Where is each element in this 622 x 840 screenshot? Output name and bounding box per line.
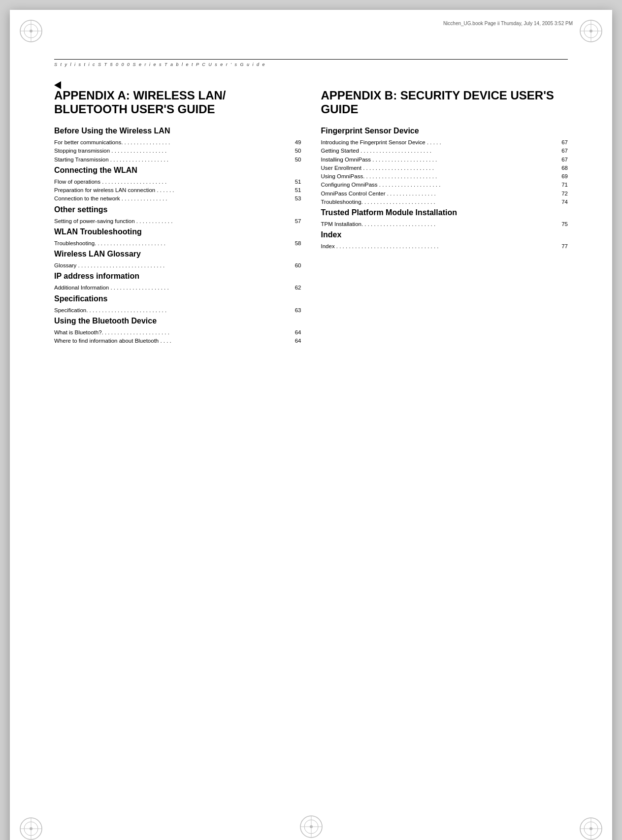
section-heading-ip-address: IP address information xyxy=(54,272,301,281)
toc-entry: Preparation for wireless LAN connection … xyxy=(54,186,301,194)
header-rule xyxy=(54,59,568,60)
section-heading-wlan-glossary: Wireless LAN Glossary xyxy=(54,250,301,258)
right-column: APPENDIX B: SECURITY DEVICE USER'S GUIDE… xyxy=(321,89,568,347)
section-tpm: Trusted Platform Module Installation TPM… xyxy=(321,208,568,228)
toc-entry: Setting of power-saving function . . . .… xyxy=(54,217,301,226)
toc-entry: Configuring OmniPass . . . . . . . . . .… xyxy=(321,181,568,189)
toc-entry: Glossary . . . . . . . . . . . . . . . .… xyxy=(54,261,301,270)
section-ip-address: IP address information Additional Inform… xyxy=(54,272,301,292)
toc-entry: Troubleshooting. . . . . . . . . . . . .… xyxy=(54,239,301,248)
section-fingerprint: Fingerprint Sensor Device Introducing th… xyxy=(321,127,568,206)
toc-entry: Installing OmniPass . . . . . . . . . . … xyxy=(321,156,568,164)
toc-entry: Introducing the Fingerprint Sensor Devic… xyxy=(321,138,568,147)
header-area: S t y l i s t i c S T 5 0 0 0 S e r i e … xyxy=(54,59,568,68)
toc-entry: OmniPass Control Center . . . . . . . . … xyxy=(321,190,568,198)
corner-mark-bottom-left xyxy=(19,816,43,840)
right-appendix-title: APPENDIX B: SECURITY DEVICE USER'S GUIDE xyxy=(321,89,568,116)
toc-entry: Index . . . . . . . . . . . . . . . . . … xyxy=(321,242,568,251)
toc-entry: Specification. . . . . . . . . . . . . .… xyxy=(54,306,301,315)
svg-point-4 xyxy=(30,30,33,32)
section-heading-fingerprint: Fingerprint Sensor Device xyxy=(321,127,568,135)
header-label: S t y l i s t i c S T 5 0 0 0 S e r i e … xyxy=(54,61,568,68)
svg-point-9 xyxy=(589,30,592,32)
section-heading-connecting-wlan: Connecting the WLAN xyxy=(54,166,301,175)
section-before-using-wlan: Before Using the Wireless LAN For better… xyxy=(54,127,301,164)
section-connecting-wlan: Connecting the WLAN Flow of operations .… xyxy=(54,166,301,203)
toc-entry: Using OmniPass. . . . . . . . . . . . . … xyxy=(321,172,568,181)
section-heading-specifications: Specifications xyxy=(54,294,301,303)
section-heading-bluetooth: Using the Bluetooth Device xyxy=(54,317,301,325)
toc-entry: Additional Information . . . . . . . . .… xyxy=(54,284,301,292)
corner-mark-top-right xyxy=(579,19,603,43)
bottom-center-mark xyxy=(299,814,324,840)
section-heading-wlan-troubleshooting: WLAN Troubleshooting xyxy=(54,227,301,236)
section-wlan-glossary: Wireless LAN Glossary Glossary . . . . .… xyxy=(54,250,301,270)
page: Nicchen_UG.book Page ii Thursday, July 1… xyxy=(10,10,612,840)
toc-entry: Connection to the network . . . . . . . … xyxy=(54,194,301,203)
corner-mark-top-left xyxy=(19,19,43,43)
svg-point-24 xyxy=(310,825,313,828)
toc-entry: Flow of operations . . . . . . . . . . .… xyxy=(54,178,301,186)
toc-entry: What is Bluetooth?. . . . . . . . . . . … xyxy=(54,328,301,337)
left-arrow-decoration xyxy=(54,81,61,89)
toc-entry: User Enrollment . . . . . . . . . . . . … xyxy=(321,164,568,172)
section-specifications: Specifications Specification. . . . . . … xyxy=(54,294,301,315)
svg-point-19 xyxy=(589,827,592,830)
corner-mark-bottom-right xyxy=(579,816,603,840)
svg-point-14 xyxy=(30,827,33,830)
toc-entry: Starting Transmission . . . . . . . . . … xyxy=(54,156,301,164)
section-index: Index Index . . . . . . . . . . . . . . … xyxy=(321,230,568,251)
section-wlan-troubleshooting: WLAN Troubleshooting Troubleshooting. . … xyxy=(54,227,301,248)
section-heading-before-wlan: Before Using the Wireless LAN xyxy=(54,127,301,135)
section-heading-index: Index xyxy=(321,230,568,239)
left-column: APPENDIX A: WIRELESS LAN/ BLUETOOTH USER… xyxy=(54,89,301,347)
meta-text: Nicchen_UG.book Page ii Thursday, July 1… xyxy=(443,21,573,26)
toc-entry: Where to find information about Bluetoot… xyxy=(54,337,301,345)
toc-entry: Stopping transmission . . . . . . . . . … xyxy=(54,147,301,155)
section-bluetooth-device: Using the Bluetooth Device What is Bluet… xyxy=(54,317,301,346)
left-appendix-title: APPENDIX A: WIRELESS LAN/ BLUETOOTH USER… xyxy=(54,89,301,116)
toc-entry: TPM Installation. . . . . . . . . . . . … xyxy=(321,220,568,228)
toc-entry: For better communications. . . . . . . .… xyxy=(54,138,301,147)
toc-entry: Getting Started . . . . . . . . . . . . … xyxy=(321,147,568,155)
top-meta: Nicchen_UG.book Page ii Thursday, July 1… xyxy=(49,21,573,26)
section-other-settings: Other settings Setting of power-saving f… xyxy=(54,205,301,226)
section-heading-tpm: Trusted Platform Module Installation xyxy=(321,208,568,217)
main-content: APPENDIX A: WIRELESS LAN/ BLUETOOTH USER… xyxy=(54,89,568,347)
toc-entry: Troubleshooting. . . . . . . . . . . . .… xyxy=(321,198,568,206)
section-heading-other-settings: Other settings xyxy=(54,205,301,214)
